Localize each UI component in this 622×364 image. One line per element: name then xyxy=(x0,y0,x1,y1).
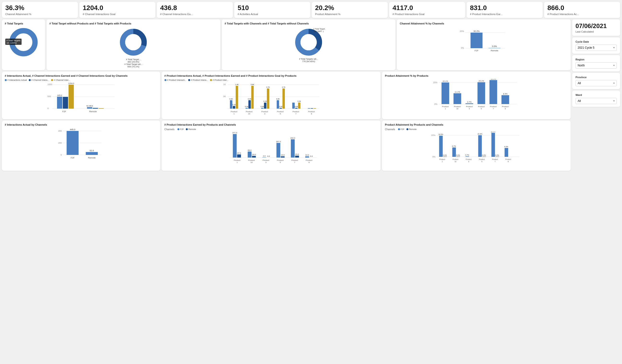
svg-rect-180 xyxy=(466,156,469,157)
svg-rect-59 xyxy=(261,108,263,109)
svg-rect-128 xyxy=(233,134,236,157)
svg-rect-55 xyxy=(251,86,253,109)
svg-rect-152 xyxy=(291,139,294,157)
interactions-channels-chart: 400 200 0 445.0 F2F 52.0 Remote xyxy=(5,128,157,166)
channels-segment2-label: # Total Targets wit...776 (64.45%) xyxy=(225,58,393,63)
kpi-value: 4117.0 xyxy=(392,4,462,12)
svg-rect-27 xyxy=(57,97,62,109)
svg-text:0.3K: 0.3K xyxy=(229,98,233,100)
svg-text:10: 10 xyxy=(455,161,457,162)
svg-rect-76 xyxy=(295,108,297,109)
segment2-label: # Total Target wit...844 (70.1%) xyxy=(49,63,217,68)
cycle-select[interactable]: 2021 Cycle 5 ▾ xyxy=(576,45,617,51)
svg-text:0%: 0% xyxy=(434,103,438,105)
svg-rect-33 xyxy=(87,107,92,109)
svg-text:8: 8 xyxy=(311,113,312,115)
kpi-value: 36.3% xyxy=(5,4,75,12)
svg-text:69.0: 69.0 xyxy=(248,149,252,151)
svg-text:1: 1 xyxy=(442,161,443,162)
svg-rect-45 xyxy=(233,106,235,109)
kpi-card: 20.2% Product Attainment % xyxy=(312,2,388,18)
product-earned-chart: 277.0 37.0 Product 1 69.0 19.0 Product 1… xyxy=(164,132,378,168)
svg-rect-30 xyxy=(69,85,74,109)
svg-text:0.7%: 0.7% xyxy=(467,101,472,103)
ward-card: Ward All ▾ xyxy=(572,91,620,107)
svg-text:5: 5 xyxy=(280,161,281,164)
segment1-label: # Total Target...360 (29.9%) xyxy=(49,58,217,63)
svg-text:Product: Product xyxy=(505,158,511,160)
svg-text:1K: 1K xyxy=(223,83,226,86)
svg-text:Remote: Remote xyxy=(89,110,97,113)
svg-text:0.7%: 0.7% xyxy=(466,154,469,156)
svg-text:Product: Product xyxy=(442,106,449,108)
svg-text:Product: Product xyxy=(492,158,498,160)
svg-rect-184 xyxy=(478,135,482,157)
svg-rect-63 xyxy=(267,89,269,109)
svg-point-4 xyxy=(125,34,141,50)
kpi-card: 831.0 # Product Interactions Ear... xyxy=(466,2,543,18)
svg-text:0.0K: 0.0K xyxy=(245,106,248,107)
svg-text:0.3K: 0.3K xyxy=(248,98,251,100)
svg-point-7 xyxy=(300,34,317,50)
kpi-label: # Product Interactions Goal xyxy=(392,13,462,16)
svg-text:F2F: F2F xyxy=(62,110,66,113)
svg-text:1: 1 xyxy=(236,161,238,164)
svg-rect-134 xyxy=(248,152,251,157)
charts-area: # Total Targets # Total Targets1K (100%)… xyxy=(2,19,571,171)
kpi-card: 36.3% Channel Attainment % xyxy=(2,2,78,18)
svg-text:22.1%: 22.1% xyxy=(443,80,448,82)
svg-text:277.0: 277.0 xyxy=(232,132,237,134)
svg-text:7: 7 xyxy=(493,108,494,110)
region-select[interactable]: North ▾ xyxy=(576,62,617,69)
kpi-value: 510 xyxy=(238,4,307,12)
svg-text:20%: 20% xyxy=(460,30,464,32)
product-interactions-card: # Product Interactions Actual, # Product… xyxy=(162,72,381,119)
svg-text:10: 10 xyxy=(248,113,250,115)
province-value: All xyxy=(578,81,581,85)
svg-text:3: 3 xyxy=(264,113,265,115)
product-interactions-legend: # Product Interacti... # Product Intera.… xyxy=(164,79,378,81)
svg-rect-35 xyxy=(93,108,98,109)
svg-text:Product: Product xyxy=(306,159,312,161)
svg-rect-95 xyxy=(454,93,461,104)
product-attainment-channels-legend: Channels F2F Remote xyxy=(385,128,568,131)
kpi-label: # Activities Actual xyxy=(238,13,307,16)
svg-text:1.4K: 1.4K xyxy=(235,84,239,85)
svg-text:0.0%: 0.0% xyxy=(443,154,447,156)
svg-text:8.3%: 8.3% xyxy=(503,93,508,95)
product-attainment-channels-chart: 20% 0% 19.5% 0.0% Product 1 8.7% xyxy=(385,132,568,168)
interactions-actual-legend: # Interactions Actual # Channel Intera..… xyxy=(5,79,157,81)
kpi-label: Product Attainment % xyxy=(315,13,384,16)
svg-text:8: 8 xyxy=(508,161,509,162)
product-attainment-channels-title: Product Attainment by Products and Chann… xyxy=(385,123,568,126)
interactions-channels-title: # Interactions Actual by Channels xyxy=(5,123,157,126)
chevron-down-icon: ▾ xyxy=(613,82,615,84)
svg-text:20%: 20% xyxy=(431,134,436,136)
svg-text:445.0: 445.0 xyxy=(57,94,62,96)
channel-attainment-chart: 20% 0% 32.2% F2F 0.0% Rem xyxy=(400,29,568,55)
svg-rect-111 xyxy=(502,95,509,104)
interactions-actual-chart: 1000 500 0 445.0 1204. xyxy=(5,82,157,116)
svg-text:500: 500 xyxy=(47,95,51,97)
sidebar: 07/06/2021 Last Calculated Cycle Date 20… xyxy=(572,19,620,171)
svg-text:5: 5 xyxy=(280,113,281,115)
svg-text:0.0K: 0.0K xyxy=(294,106,298,107)
ward-select[interactable]: All ▾ xyxy=(576,98,617,104)
svg-text:210.0: 210.0 xyxy=(290,137,295,139)
svg-text:Product: Product xyxy=(292,111,299,113)
chevron-down-icon: ▾ xyxy=(613,64,615,67)
svg-text:0.0%: 0.0% xyxy=(492,45,497,47)
svg-text:0%: 0% xyxy=(461,47,464,49)
svg-rect-75 xyxy=(292,103,294,109)
kpi-row: 36.3% Channel Attainment % 1204.0 # Chan… xyxy=(2,2,620,18)
total-target-products-title: # Total Target without Products and # To… xyxy=(49,22,217,25)
svg-text:Product: Product xyxy=(490,106,497,108)
svg-rect-15 xyxy=(471,33,483,48)
svg-text:1: 1 xyxy=(445,108,446,110)
last-calculated-label: Last Calculated xyxy=(576,30,617,33)
kpi-label: # Channel Interactions Ea... xyxy=(160,13,230,16)
svg-text:19.0: 19.0 xyxy=(252,153,256,156)
province-select[interactable]: All ▾ xyxy=(576,80,617,86)
svg-text:7: 7 xyxy=(495,161,496,162)
svg-text:0.0K: 0.0K xyxy=(260,106,264,107)
